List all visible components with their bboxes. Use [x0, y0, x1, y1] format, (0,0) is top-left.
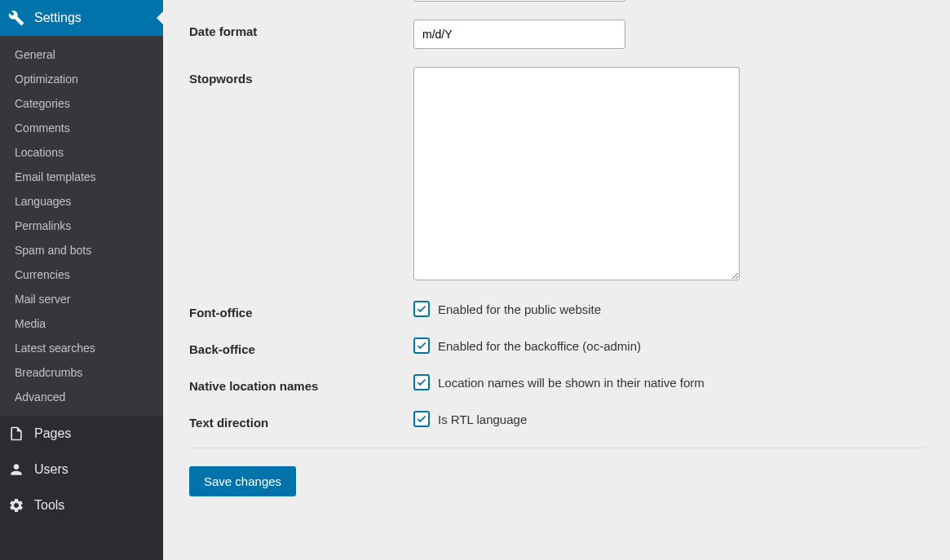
sidebar-item-settings[interactable]: Settings: [0, 0, 163, 36]
page-icon: [8, 426, 24, 442]
form-row-date-format: Date format: [189, 20, 924, 49]
sidebar-sub-advanced[interactable]: Advanced: [0, 385, 163, 409]
sidebar-item-label: Users: [34, 462, 68, 477]
sidebar-sub-latest-searches[interactable]: Latest searches: [0, 336, 163, 360]
front-office-checkbox-label: Enabled for the public website: [438, 302, 601, 316]
check-icon: [416, 377, 427, 388]
user-icon: [8, 461, 24, 478]
sidebar-sub-mail-server[interactable]: Mail server: [0, 287, 163, 311]
stopwords-textarea[interactable]: [413, 67, 740, 280]
sidebar-item-label: Settings: [34, 11, 82, 25]
form-label-stopwords: Stopwords: [189, 67, 413, 283]
wrench-icon: [8, 10, 24, 26]
form-row-previous: [189, 0, 924, 2]
form-label-native-location: Native location names: [189, 374, 413, 393]
form-label-front-office: Font-office: [189, 301, 413, 320]
save-changes-button[interactable]: Save changes: [189, 466, 296, 496]
sidebar-sub-categories[interactable]: Categories: [0, 91, 163, 116]
form-row-back-office: Back-office Enabled for the backoffice (…: [189, 337, 924, 356]
back-office-checkbox-label: Enabled for the backoffice (oc-admin): [438, 339, 641, 353]
front-office-checkbox[interactable]: [413, 301, 430, 317]
form-divider: [189, 448, 924, 448]
main-content: Date format Stopwords Font-office Enable…: [163, 0, 950, 560]
native-location-checkbox-label: Location names will be shown in their na…: [438, 376, 705, 390]
back-office-checkbox[interactable]: [413, 337, 430, 354]
check-icon: [416, 413, 427, 425]
sidebar-item-users[interactable]: Users: [0, 452, 163, 487]
sidebar-item-label: Pages: [34, 426, 71, 441]
form-row-stopwords: Stopwords: [189, 67, 924, 283]
text-direction-checkbox-label: Is RTL language: [438, 412, 527, 426]
check-icon: [416, 340, 427, 351]
form-label-text-direction: Text direction: [189, 411, 413, 430]
sidebar-item-label: Tools: [34, 498, 64, 513]
sidebar-item-tools[interactable]: Tools: [0, 487, 163, 523]
text-direction-checkbox[interactable]: [413, 411, 430, 427]
date-format-input[interactable]: [413, 20, 625, 49]
sidebar-sub-permalinks[interactable]: Permalinks: [0, 214, 163, 238]
form-row-text-direction: Text direction Is RTL language: [189, 411, 924, 430]
form-label-back-office: Back-office: [189, 337, 413, 356]
sidebar-sub-general[interactable]: General: [0, 42, 163, 67]
check-icon: [416, 303, 427, 315]
sidebar-item-pages[interactable]: Pages: [0, 416, 163, 452]
form-label-previous: [189, 0, 413, 2]
sidebar: Settings General Optimization Categories…: [0, 0, 163, 560]
sidebar-sub-currencies[interactable]: Currencies: [0, 262, 163, 287]
previous-field-input[interactable]: [413, 0, 625, 2]
sidebar-sub-email-templates[interactable]: Email templates: [0, 165, 163, 189]
sidebar-sub-locations[interactable]: Locations: [0, 140, 163, 165]
sidebar-sub-languages[interactable]: Languages: [0, 189, 163, 214]
form-row-native-location: Native location names Location names wil…: [189, 374, 924, 393]
form-row-front-office: Font-office Enabled for the public websi…: [189, 301, 924, 320]
sidebar-sub-media[interactable]: Media: [0, 311, 163, 336]
sidebar-sub-breadcrumbs[interactable]: Breadcrumbs: [0, 360, 163, 385]
sidebar-sub-comments[interactable]: Comments: [0, 116, 163, 140]
sidebar-submenu-settings: General Optimization Categories Comments…: [0, 36, 163, 416]
sidebar-sub-spam-bots[interactable]: Spam and bots: [0, 238, 163, 262]
sidebar-sub-optimization[interactable]: Optimization: [0, 67, 163, 91]
gear-icon: [8, 497, 24, 514]
form-label-date-format: Date format: [189, 20, 413, 49]
native-location-checkbox[interactable]: [413, 374, 430, 390]
